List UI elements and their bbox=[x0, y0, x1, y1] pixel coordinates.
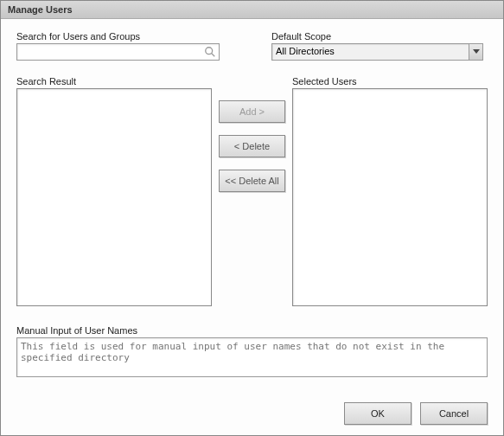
dialog-content: Search for Users and Groups Default Scop… bbox=[1, 19, 503, 394]
scope-label: Default Scope bbox=[271, 31, 488, 42]
manual-input-label: Manual Input of User Names bbox=[16, 325, 488, 336]
search-group: Search for Users and Groups bbox=[16, 31, 220, 61]
add-button[interactable]: Add > bbox=[219, 100, 285, 123]
search-result-group: Search Result bbox=[16, 76, 212, 306]
cancel-button[interactable]: Cancel bbox=[420, 402, 488, 425]
search-label: Search for Users and Groups bbox=[16, 31, 220, 42]
search-result-label: Search Result bbox=[16, 76, 212, 87]
search-icon bbox=[204, 46, 216, 58]
search-wrap bbox=[16, 43, 220, 61]
delete-all-button[interactable]: << Delete All bbox=[219, 170, 285, 192]
svg-line-1 bbox=[212, 54, 215, 57]
dialog-title: Manage Users bbox=[1, 1, 503, 19]
manual-input-textarea[interactable] bbox=[16, 337, 488, 377]
selected-users-list[interactable] bbox=[292, 88, 488, 306]
manage-users-dialog: Manage Users Search for Users and Groups… bbox=[0, 0, 504, 436]
scope-select-wrap: All Directories bbox=[271, 43, 483, 61]
scope-group: Default Scope All Directories bbox=[271, 31, 488, 61]
delete-button[interactable]: < Delete bbox=[219, 135, 285, 157]
transfer-buttons: Add > < Delete << Delete All bbox=[219, 76, 285, 306]
search-result-list[interactable] bbox=[16, 88, 212, 306]
svg-point-0 bbox=[206, 48, 213, 54]
middle-row: Search Result Add > < Delete << Delete A… bbox=[16, 76, 488, 306]
manual-input-group: Manual Input of User Names bbox=[16, 325, 488, 379]
scope-select[interactable]: All Directories bbox=[271, 43, 483, 61]
selected-users-label: Selected Users bbox=[292, 76, 488, 87]
search-input[interactable] bbox=[16, 43, 220, 61]
top-row: Search for Users and Groups Default Scop… bbox=[16, 31, 488, 61]
dialog-footer: OK Cancel bbox=[1, 394, 503, 435]
ok-button[interactable]: OK bbox=[344, 402, 411, 425]
selected-users-group: Selected Users bbox=[292, 76, 488, 306]
